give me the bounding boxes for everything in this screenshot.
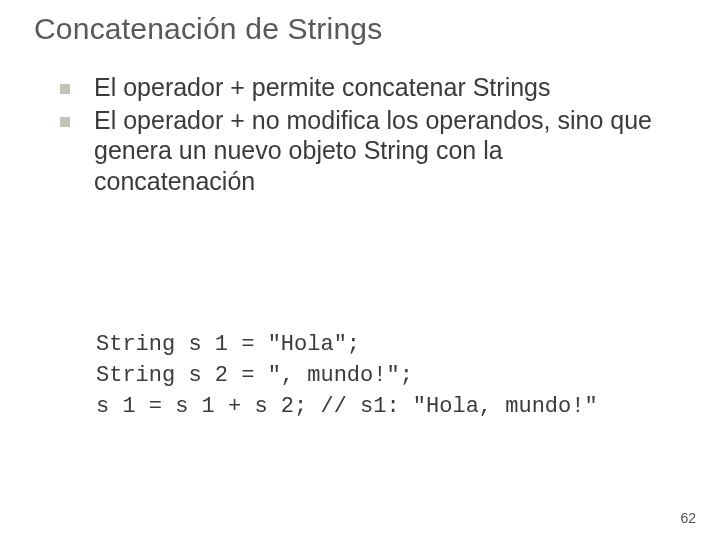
bullet-item: El operador + no modifica los operandos,… [60,105,660,197]
page-number: 62 [680,510,696,526]
bullet-square-icon [60,84,70,94]
slide-title: Concatenación de Strings [34,12,382,46]
bullet-square-icon [60,117,70,127]
code-block: String s 1 = "Hola"; String s 2 = ", mun… [96,330,598,422]
bullet-text: El operador + permite concatenar Strings [94,72,551,103]
slide: Concatenación de Strings El operador + p… [0,0,720,540]
code-line: String s 1 = "Hola"; [96,332,360,357]
code-line: s 1 = s 1 + s 2; // s1: "Hola, mundo!" [96,394,598,419]
bullet-text: El operador + no modifica los operandos,… [94,105,660,197]
bullet-item: El operador + permite concatenar Strings [60,72,660,103]
code-line: String s 2 = ", mundo!"; [96,363,413,388]
slide-body: El operador + permite concatenar Strings… [60,72,660,198]
